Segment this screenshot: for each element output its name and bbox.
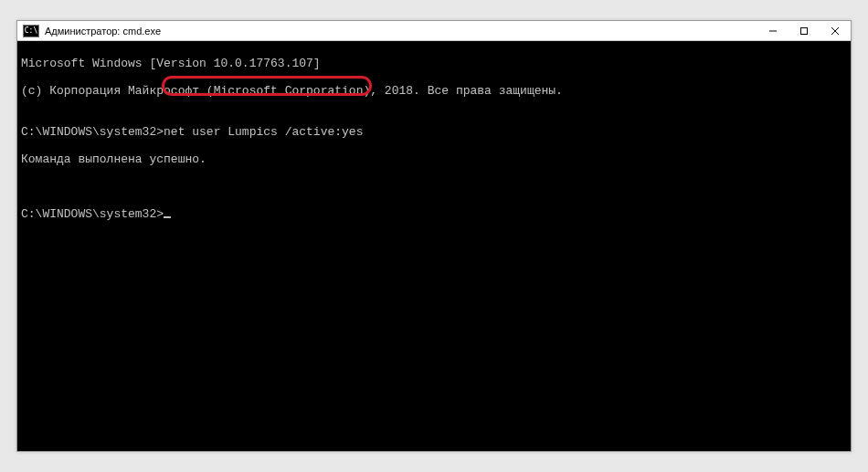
cmd-window: C:\ Администратор: cmd.exe Microsoft Win… [16, 20, 852, 452]
console-area[interactable]: Microsoft Windows [Version 10.0.17763.10… [17, 41, 851, 451]
svg-rect-1 [801, 27, 808, 34]
window-title: Администратор: cmd.exe [45, 26, 757, 37]
maximize-button[interactable] [789, 21, 820, 40]
prompt-path: C:\WINDOWS\system32> [21, 125, 164, 139]
text-cursor [164, 216, 171, 218]
console-line: (c) Корпорация Майкрософт (Microsoft Cor… [21, 84, 847, 98]
console-prompt-line: C:\WINDOWS\system32> [21, 207, 847, 221]
titlebar[interactable]: C:\ Администратор: cmd.exe [17, 21, 851, 41]
minimize-button[interactable] [757, 21, 789, 40]
minimize-icon [768, 26, 778, 36]
close-icon [831, 26, 840, 36]
entered-command: net user Lumpics /active:yes [164, 125, 363, 139]
console-prompt-line: C:\WINDOWS\system32>net user Lumpics /ac… [21, 125, 847, 139]
maximize-icon [799, 26, 809, 36]
console-line: Команда выполнена успешно. [21, 152, 847, 166]
window-controls [757, 21, 851, 40]
cmd-icon: C:\ [23, 25, 39, 37]
prompt-path: C:\WINDOWS\system32> [21, 207, 164, 221]
close-button[interactable] [820, 21, 851, 40]
console-line: Microsoft Windows [Version 10.0.17763.10… [21, 57, 847, 70]
